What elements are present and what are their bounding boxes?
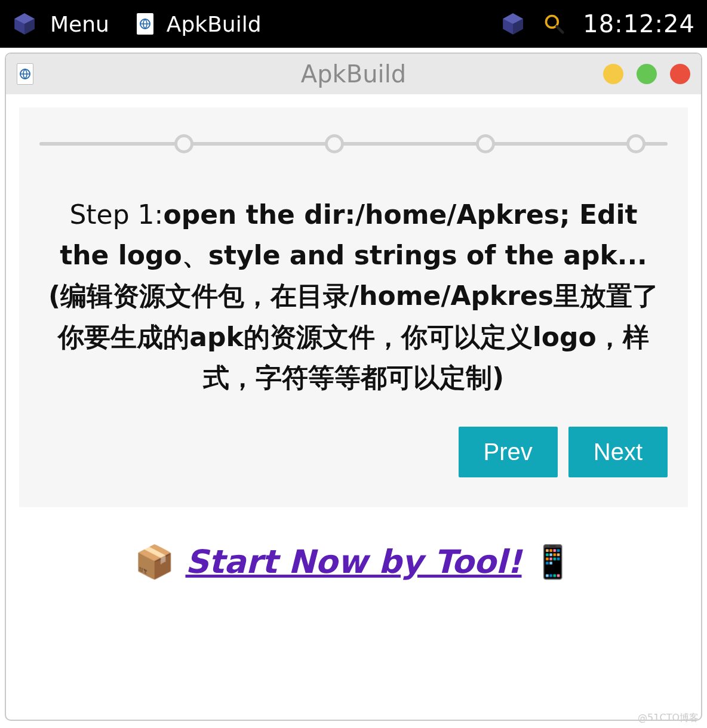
taskbar-menu[interactable]: Menu (12, 11, 109, 36)
window-titlebar: ApkBuild (6, 54, 701, 94)
taskbar-app[interactable]: ApkBuild (137, 12, 262, 36)
phone-icon: 📱 (533, 543, 573, 581)
close-button[interactable] (670, 64, 690, 84)
window-title: ApkBuild (301, 60, 406, 88)
app-window: ApkBuild Step 1:open the dir:/home/Apkre… (5, 53, 702, 721)
taskbar-app-label: ApkBuild (167, 12, 262, 36)
app-document-icon (137, 13, 153, 35)
tray-cube-icon[interactable] (500, 11, 525, 36)
maximize-button[interactable] (637, 64, 657, 84)
titlebar-document-icon (17, 63, 33, 85)
step-prefix: Step 1: (69, 199, 163, 230)
step-progress (39, 129, 668, 159)
cta-link[interactable]: Start Now by Tool! (185, 543, 521, 581)
menu-cube-icon (12, 11, 37, 36)
wizard-card: Step 1:open the dir:/home/Apkres; Edit t… (19, 107, 688, 507)
step-description: Step 1:open the dir:/home/Apkres; Edit t… (39, 195, 668, 416)
next-button[interactable]: Next (568, 427, 668, 477)
window-controls (603, 64, 690, 84)
minimize-button[interactable] (603, 64, 623, 84)
watermark: @51CTO博客 (638, 712, 699, 724)
window-content: Step 1:open the dir:/home/Apkres; Edit t… (6, 94, 701, 720)
prev-button[interactable]: Prev (459, 427, 558, 477)
cta-row: 📦 Start Now by Tool! 📱 (19, 543, 688, 581)
svg-line-8 (557, 27, 563, 33)
taskbar-clock: 18:12:24 (583, 10, 695, 38)
search-icon[interactable] (543, 13, 565, 35)
step-dot-3[interactable] (476, 134, 495, 153)
taskbar-menu-label: Menu (50, 12, 109, 36)
step-dot-4[interactable] (626, 134, 645, 153)
package-icon: 📦 (134, 543, 174, 581)
step-dot-1[interactable] (174, 134, 193, 153)
step-track (39, 142, 668, 146)
step-subtext-cn: (编辑资源文件包，在目录/home/Apkres里放置了你要生成的apk的资源文… (48, 280, 659, 392)
step-dot-2[interactable] (325, 134, 344, 153)
system-taskbar: Menu ApkBuild 18:12:24 (0, 0, 707, 48)
wizard-buttons: Prev Next (39, 427, 668, 477)
